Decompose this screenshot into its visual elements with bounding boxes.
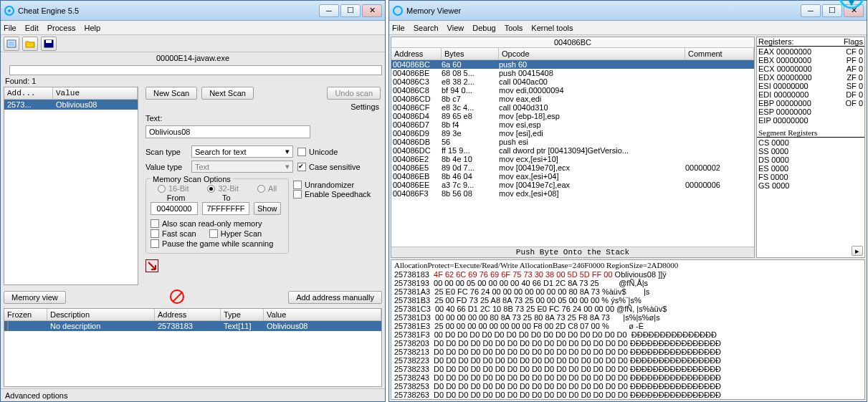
- mv-menu-kernel[interactable]: Kernel tools: [531, 24, 573, 32]
- new-scan-button[interactable]: New Scan: [146, 87, 197, 100]
- disasm-row[interactable]: 004086DB56push esi: [391, 138, 754, 146]
- dump-row[interactable]: 25738243 D0 D0 D0 D0 D0 D0 D0 D0 D0 D0 D…: [394, 373, 862, 382]
- disasm-row[interactable]: 004086CFe8 3c 4...call 0040d310: [391, 103, 754, 112]
- mv-menu-debug[interactable]: Debug: [472, 24, 495, 32]
- dump-row[interactable]: 257381C3 00 40 66 D1 2C 10 8B 73 25 E0 F…: [394, 305, 862, 313]
- disasm-row[interactable]: 004086E28b 4e 10mov ecx,[esi+10]: [391, 155, 754, 163]
- close-button[interactable]: ✕: [362, 4, 382, 17]
- col-address[interactable]: Address: [155, 309, 221, 320]
- disasm-col-opcode[interactable]: Opcode: [499, 48, 685, 59]
- frozen-checkbox[interactable]: [7, 321, 9, 331]
- maximize-button[interactable]: ☐: [340, 4, 361, 17]
- regs-expand-button[interactable]: ▸: [852, 246, 863, 256]
- value-type-select[interactable]: Text▾: [191, 161, 293, 173]
- disasm-row[interactable]: 004086EEa3 7c 9...mov [00419e7c],eax0000…: [391, 181, 754, 189]
- mv-menu-file[interactable]: File: [392, 24, 405, 32]
- arrow-icon[interactable]: [146, 259, 158, 272]
- col-value[interactable]: Value: [264, 309, 381, 320]
- ce-statusbar: Advanced options: [1, 388, 385, 401]
- text-input[interactable]: [146, 125, 310, 138]
- hex-dump-panel[interactable]: AllocationProtect=Execute/Read/Write All…: [391, 259, 865, 400]
- disasm-row[interactable]: 004086D78b f4mov esi,esp: [391, 120, 754, 129]
- menu-help[interactable]: Help: [84, 24, 100, 32]
- col-description[interactable]: Description: [47, 309, 155, 320]
- fastscan-checkbox[interactable]: [151, 229, 159, 238]
- disasm-row[interactable]: 004086D489 65 e8mov [ebp-18],esp: [391, 112, 754, 120]
- register-row: EIP 00000000: [758, 116, 863, 125]
- dump-row[interactable]: 25738233 D0 D0 D0 D0 D0 D0 D0 D0 D0 D0 D…: [394, 365, 862, 373]
- menu-edit[interactable]: Edit: [25, 24, 39, 32]
- disasm-row[interactable]: 004086C3e8 38 2...call 0040ac00: [391, 77, 754, 86]
- col-type[interactable]: Type: [221, 309, 264, 320]
- disasm-row[interactable]: 004086BC6a 60push 60: [391, 60, 754, 69]
- undo-scan-button[interactable]: Undo scan: [327, 87, 381, 100]
- ce-app-icon: [4, 5, 15, 16]
- minimize-button[interactable]: ─: [319, 4, 339, 17]
- results-list[interactable]: Add... Value 2573... Oblivious08: [4, 87, 138, 285]
- disasm-row[interactable]: 004086CD8b c7mov eax,edi: [391, 95, 754, 103]
- pause-checkbox[interactable]: [151, 239, 159, 248]
- show-button[interactable]: Show: [254, 202, 281, 215]
- results-row[interactable]: 2573... Oblivious08: [4, 100, 138, 110]
- settings-link[interactable]: Settings: [350, 102, 379, 111]
- memory-view-button[interactable]: Memory view: [4, 291, 66, 304]
- results-hdr-address[interactable]: Add...: [4, 87, 53, 99]
- disasm-row[interactable]: 004086C8bf 94 0...mov edi,00000094: [391, 86, 754, 95]
- disasm-row[interactable]: 004086EB8b 46 04mov eax,[esi+04]: [391, 172, 754, 181]
- open-file-button[interactable]: [22, 37, 38, 51]
- mv-menu-search[interactable]: Search: [414, 24, 439, 32]
- dump-row[interactable]: 25738213 D0 D0 D0 D0 D0 D0 D0 D0 D0 D0 D…: [394, 348, 862, 356]
- svg-point-1: [8, 9, 11, 12]
- case-sensitive-checkbox[interactable]: [297, 163, 306, 171]
- dump-row[interactable]: 257381D3 00 00 00 00 00 80 8A 73 25 80 8…: [394, 313, 862, 322]
- dump-header: AllocationProtect=Execute/Read/Write All…: [391, 260, 864, 270]
- scan-type-select[interactable]: Search for text▾: [191, 145, 293, 158]
- dump-row[interactable]: 257381F3 00 D0 D0 D0 D0 D0 D0 D0 D0 D0 D…: [394, 330, 862, 339]
- registers-header: Registers:: [758, 37, 794, 46]
- dump-row[interactable]: 257381B3 25 00 FD 73 25 A8 8A 73 25 00 0…: [394, 296, 862, 305]
- add-address-button[interactable]: Add address manually: [288, 291, 382, 304]
- speedhack-checkbox[interactable]: [293, 190, 302, 198]
- dump-row[interactable]: 25738193 00 00 00 05 00 00 00 00 40 66 D…: [394, 279, 862, 287]
- address-table[interactable]: Frozen Description Address Type Value No…: [4, 308, 382, 387]
- menu-process[interactable]: Process: [47, 24, 76, 32]
- dump-row[interactable]: 25738263 D0 D0 D0 D0 D0 D0 D0 D0 D0 D0 D…: [394, 391, 862, 399]
- dump-row[interactable]: 25738203 D0 D0 D0 D0 D0 D0 D0 D0 D0 D0 D…: [394, 339, 862, 348]
- svg-rect-5: [46, 40, 52, 43]
- next-scan-button[interactable]: Next Scan: [201, 87, 254, 100]
- segment-row: FS 0000: [758, 173, 863, 181]
- hyperscan-checkbox[interactable]: [209, 229, 218, 238]
- disasm-col-bytes[interactable]: Bytes: [442, 48, 499, 59]
- mv-menu-view[interactable]: View: [447, 24, 464, 32]
- prohibit-icon[interactable]: [170, 289, 184, 304]
- disasm-col-comment[interactable]: Comment: [685, 48, 754, 59]
- dump-row[interactable]: 25738253 D0 D0 D0 D0 D0 D0 D0 D0 D0 D0 D…: [394, 382, 862, 391]
- menu-file[interactable]: File: [4, 24, 16, 32]
- dump-row[interactable]: 257381E3 25 00 00 00 00 00 00 00 00 F8 0…: [394, 322, 862, 330]
- disasm-row[interactable]: 004086D989 3emov [esi],edi: [391, 129, 754, 138]
- results-hdr-value[interactable]: Value: [53, 87, 138, 99]
- disasm-row[interactable]: 004086DCff 15 9...call dword ptr [004130…: [391, 146, 754, 155]
- save-button[interactable]: [41, 37, 57, 51]
- from-input[interactable]: [151, 202, 198, 215]
- dump-row[interactable]: 25738183 4F 62 6C 69 76 69 6F 75 73 30 3…: [394, 270, 862, 279]
- mv-minimize-button[interactable]: ─: [801, 4, 821, 17]
- mv-titlebar[interactable]: Memory Viewer ─ ☐ ✕: [389, 1, 867, 21]
- advanced-options[interactable]: Advanced options: [5, 391, 67, 400]
- readonly-checkbox[interactable]: [151, 219, 159, 228]
- disasm-row[interactable]: 004086BE68 08 5...push 00415408: [391, 69, 754, 77]
- unicode-checkbox[interactable]: [297, 148, 306, 156]
- dump-row[interactable]: 25738223 D0 D0 D0 D0 D0 D0 D0 D0 D0 D0 D…: [394, 356, 862, 365]
- dump-row[interactable]: 257381A3 25 E0 FC 76 24 00 00 00 00 00 0…: [394, 287, 862, 296]
- disassembly-panel[interactable]: 004086BC Address Bytes Opcode Comment 00…: [391, 37, 755, 258]
- open-process-button[interactable]: [4, 37, 19, 51]
- disasm-col-address[interactable]: Address: [391, 48, 442, 59]
- mv-menu-tools[interactable]: Tools: [505, 24, 523, 32]
- address-row[interactable]: No description 25738183 Text[11] Oblivio…: [4, 321, 381, 331]
- to-input[interactable]: [202, 202, 249, 215]
- col-frozen[interactable]: Frozen: [4, 309, 47, 320]
- disasm-row[interactable]: 004086F38b 56 08mov edx,[esi+08]: [391, 189, 754, 198]
- unrandomizer-checkbox[interactable]: [293, 181, 302, 189]
- ce-titlebar[interactable]: Cheat Engine 5.5 ─ ☐ ✕: [1, 1, 385, 21]
- disasm-row[interactable]: 004086E589 0d 7...mov [00419e70],ecx0000…: [391, 163, 754, 172]
